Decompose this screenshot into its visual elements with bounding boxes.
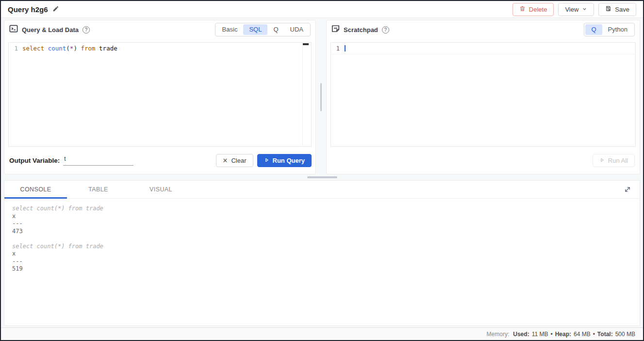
console-line: 473 bbox=[12, 228, 632, 236]
text-cursor bbox=[345, 45, 346, 51]
mode-tab-uda[interactable]: UDA bbox=[284, 24, 309, 35]
memory-heap-label: Heap: bbox=[555, 331, 571, 338]
run-all-button[interactable]: Run All bbox=[593, 154, 635, 167]
output-variable-row: Output Variable: ✕ Clear Run Query bbox=[4, 147, 315, 174]
console-output: select count(*) from trade x --- 473 sel… bbox=[4, 199, 640, 279]
results-tabs: CONSOLE TABLE VISUAL bbox=[4, 181, 640, 199]
edit-title-button[interactable] bbox=[52, 5, 59, 14]
notepad-icon bbox=[331, 25, 340, 34]
play-icon bbox=[264, 157, 269, 164]
editor-scrollbar[interactable] bbox=[302, 43, 309, 146]
help-icon[interactable]: ? bbox=[382, 26, 389, 34]
console-line bbox=[12, 235, 632, 243]
view-dropdown-button[interactable]: View bbox=[558, 3, 594, 16]
code-token: select bbox=[22, 45, 48, 52]
console-line: --- bbox=[12, 258, 632, 266]
trash-icon bbox=[519, 5, 526, 13]
code-token bbox=[96, 45, 99, 52]
console-line: --- bbox=[12, 220, 632, 228]
code-token: count bbox=[48, 45, 66, 52]
memory-heap-value: 64 MB bbox=[574, 331, 591, 338]
output-variable-input[interactable] bbox=[63, 155, 133, 166]
code-token: ) bbox=[73, 45, 77, 52]
help-icon[interactable]: ? bbox=[83, 26, 90, 34]
chevron-down-icon bbox=[582, 6, 587, 13]
expand-panel-button[interactable] bbox=[623, 185, 632, 194]
mode-tab-q[interactable]: Q bbox=[267, 24, 284, 35]
save-button[interactable]: Save bbox=[598, 3, 636, 16]
view-button-label: View bbox=[565, 6, 578, 13]
save-icon bbox=[605, 5, 611, 13]
pencil-icon bbox=[52, 5, 59, 14]
clear-button-label: Clear bbox=[231, 157, 246, 164]
console-line: select count(*) from trade bbox=[12, 243, 632, 251]
expand-diagonal-icon bbox=[623, 188, 632, 195]
status-bar: Memory: Used: 11 MB • Heap: 64 MB • Tota… bbox=[1, 327, 643, 340]
line-number: 1 bbox=[9, 45, 22, 52]
tab-console-label: CONSOLE bbox=[20, 186, 51, 193]
editors-row: Query & Load Data ? Basic SQL Q UDA 1 se… bbox=[4, 20, 640, 174]
scratchpad-panel: Scratchpad ? Q Python 1 Run All bbox=[326, 20, 640, 174]
code-line: 1 select count(*) from trade bbox=[9, 43, 311, 52]
delete-button-label: Delete bbox=[529, 6, 547, 13]
horizontal-splitter[interactable] bbox=[1, 174, 643, 180]
scratchpad-panel-header: Scratchpad ? Q Python bbox=[327, 20, 640, 39]
line-number: 1 bbox=[331, 45, 345, 52]
clear-x-icon: ✕ bbox=[223, 157, 228, 164]
code-line: 1 bbox=[331, 43, 635, 54]
run-query-label: Run Query bbox=[273, 157, 305, 164]
scratchpad-panel-title: Scratchpad bbox=[344, 26, 378, 34]
scrollbar-thumb[interactable] bbox=[303, 43, 309, 45]
console-line: x bbox=[12, 213, 632, 221]
scratchpad-lang-switcher: Q Python bbox=[584, 23, 635, 36]
page-title: Query h2g6 bbox=[8, 5, 48, 14]
lang-tab-q[interactable]: Q bbox=[585, 24, 602, 35]
bullet-separator: • bbox=[593, 331, 595, 338]
delete-button[interactable]: Delete bbox=[512, 3, 554, 16]
memory-total-value: 500 MB bbox=[615, 331, 635, 338]
tab-console[interactable]: CONSOLE bbox=[4, 181, 67, 198]
console-line: 519 bbox=[12, 265, 632, 273]
save-button-label: Save bbox=[615, 6, 629, 13]
app-window: Query h2g6 Delete View Save bbox=[0, 0, 644, 341]
terminal-icon bbox=[9, 25, 18, 34]
vertical-splitter[interactable] bbox=[316, 20, 326, 174]
header-bar: Query h2g6 Delete View Save bbox=[1, 1, 643, 18]
tab-table[interactable]: TABLE bbox=[67, 181, 130, 198]
splitter-handle[interactable] bbox=[307, 176, 337, 178]
code-text: select count(*) from trade bbox=[22, 45, 117, 52]
query-panel-header: Query & Load Data ? Basic SQL Q UDA bbox=[4, 20, 315, 39]
mode-tab-basic[interactable]: Basic bbox=[216, 24, 244, 35]
memory-used-value: 11 MB bbox=[532, 331, 548, 338]
active-tab-underline bbox=[4, 197, 67, 199]
run-query-button[interactable]: Run Query bbox=[257, 154, 312, 167]
run-all-row: Run All bbox=[327, 147, 640, 174]
output-variable-label: Output Variable: bbox=[9, 157, 60, 164]
splitter-handle[interactable] bbox=[320, 83, 322, 111]
console-line: select count(*) from trade bbox=[12, 205, 632, 213]
clear-button[interactable]: ✕ Clear bbox=[216, 154, 253, 167]
mode-tab-sql[interactable]: SQL bbox=[243, 24, 267, 35]
query-code-editor[interactable]: 1 select count(*) from trade bbox=[8, 42, 312, 147]
tab-visual[interactable]: VISUAL bbox=[130, 181, 192, 198]
memory-used-label: Used: bbox=[513, 331, 529, 338]
console-line: x bbox=[12, 250, 632, 258]
play-icon bbox=[599, 157, 605, 164]
query-mode-switcher: Basic SQL Q UDA bbox=[215, 23, 311, 36]
memory-total-label: Total: bbox=[597, 331, 613, 338]
memory-label: Memory: bbox=[487, 331, 510, 338]
code-token: ( bbox=[66, 45, 70, 52]
results-panel: CONSOLE TABLE VISUAL select count(*) fro… bbox=[4, 180, 640, 326]
bullet-separator: • bbox=[550, 331, 552, 338]
code-token: trade bbox=[99, 45, 117, 52]
code-token: from bbox=[81, 45, 95, 52]
scratchpad-code-editor[interactable]: 1 bbox=[330, 42, 636, 147]
lang-tab-python[interactable]: Python bbox=[602, 24, 633, 35]
run-all-label: Run All bbox=[608, 157, 628, 164]
query-panel: Query & Load Data ? Basic SQL Q UDA 1 se… bbox=[4, 20, 316, 174]
query-panel-title: Query & Load Data bbox=[22, 26, 79, 34]
